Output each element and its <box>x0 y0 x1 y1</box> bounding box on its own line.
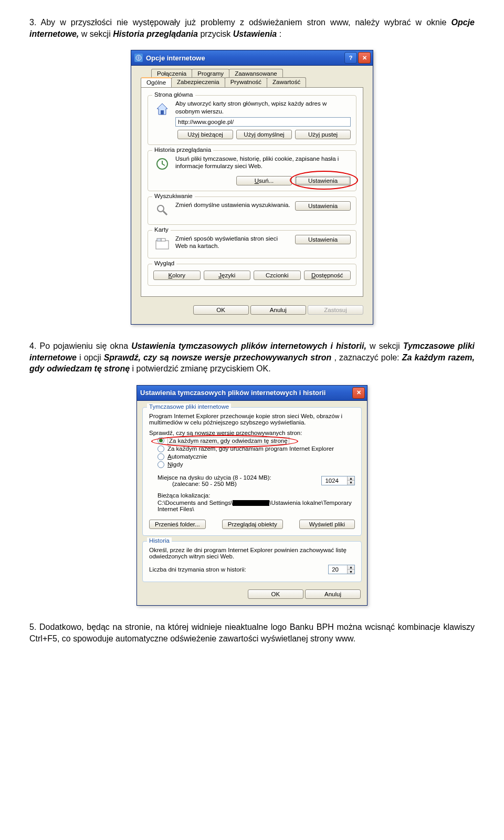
history-group: Historia przeglądania Usuń pliki tymczas… <box>148 150 356 191</box>
radio-every-start[interactable]: Za każdym razem, gdy uruchamiam program … <box>158 445 355 452</box>
history-settings-button[interactable]: Ustawienia <box>295 176 351 185</box>
spin-down-icon[interactable]: ▼ <box>347 569 354 574</box>
tabs-icon <box>153 235 171 253</box>
cancel-button[interactable]: Anuluj <box>250 305 306 315</box>
fonts-button[interactable]: Czcionki <box>254 271 301 280</box>
temp-legend: Tymczasowe pliki internetowe <box>147 403 231 410</box>
temp-files-settings-window: Ustawienia tymczasowych plików interneto… <box>136 385 368 606</box>
search-desc: Zmień domyślne ustawienia wyszukiwania. <box>175 201 291 209</box>
tabs-settings-button[interactable]: Ustawienia <box>295 235 351 244</box>
search-group: Wyszukiwanie Zmień domyślne ustawienia w… <box>148 196 356 225</box>
home-icon <box>153 100 171 118</box>
search-legend: Wyszukiwanie <box>152 193 195 199</box>
days-label: Liczba dni trzymania stron w historii: <box>149 566 246 573</box>
close-button[interactable]: ✕ <box>352 387 365 399</box>
window-title: Ustawienia tymczasowych plików interneto… <box>140 389 352 397</box>
svg-rect-1 <box>161 110 164 115</box>
home-url-input[interactable] <box>175 117 351 127</box>
search-settings-button[interactable]: Ustawienia <box>295 201 351 211</box>
help-button[interactable]: ? <box>344 52 357 64</box>
search-icon <box>153 201 171 219</box>
temp-desc: Program Internet Explorer przechowuje ko… <box>149 413 355 426</box>
ok-button[interactable]: OK <box>193 305 249 315</box>
browse-objects-button[interactable]: Przeglądaj obiekty <box>222 520 283 529</box>
spin-down-icon[interactable]: ▼ <box>347 480 354 485</box>
temp-files-group: Tymczasowe pliki internetowe Program Int… <box>142 407 362 536</box>
use-blank-button[interactable]: Użyj pustej <box>295 130 351 139</box>
p3-end: : <box>279 29 281 38</box>
show-files-button[interactable]: Wyświetl pliki <box>299 520 355 529</box>
hist-legend: Historia <box>147 537 172 544</box>
general-tab-page: Strona główna Aby utworzyć karty stron g… <box>141 87 363 297</box>
radio-auto-label: Automatycznie <box>167 453 207 460</box>
p4-mid3: , zaznaczyć pole: <box>334 353 402 362</box>
disk-size-spinbox[interactable]: 1024 ▲▼ <box>321 476 355 485</box>
p3-mid: w sekcji <box>81 29 113 38</box>
internet-options-icon <box>134 54 143 62</box>
radio-icon <box>158 461 164 468</box>
tab-content[interactable]: Zawartość <box>267 77 306 87</box>
radio-auto[interactable]: Automatycznie <box>158 453 355 460</box>
tabs-desc: Zmień sposób wyświetlania stron sieci We… <box>175 235 291 250</box>
tab-general[interactable]: Ogólne <box>141 77 172 87</box>
use-default-button[interactable]: Użyj domyślnej <box>236 130 292 139</box>
delete-history-button[interactable]: Usuń... <box>236 176 292 185</box>
home-legend: Strona główna <box>152 91 195 98</box>
radio-every-visit-label: Za każdym razem, gdy odwiedzam tę stronę <box>167 437 289 444</box>
tab-programs[interactable]: Programy <box>192 69 229 78</box>
history-desc: Usuń pliki tymczasowe, historię, pliki c… <box>175 155 351 170</box>
svg-point-3 <box>158 205 164 212</box>
disk-label: Miejsce na dysku do użycia (8 - 1024 MB)… <box>158 474 271 481</box>
loc-label: Bieżąca lokalizacja: <box>158 492 355 499</box>
p4-b3: Sprawdź, czy są nowsze wersje przechowyw… <box>104 353 332 362</box>
tabs-group: Karty Zmień sposób wyświetlania stron si… <box>148 230 356 258</box>
radio-icon <box>158 445 164 452</box>
svg-rect-4 <box>156 241 169 249</box>
close-button[interactable]: ✕ <box>358 52 371 64</box>
tab-security[interactable]: Zabezpieczenia <box>171 77 225 87</box>
titlebar[interactable]: Opcje internetowe ? ✕ <box>131 50 373 66</box>
tabs-legend: Karty <box>152 226 171 233</box>
paragraph-3: 3. Aby w przyszłości nie występowały już… <box>29 17 475 39</box>
home-desc: Aby utworzyć karty stron głównych, wpisz… <box>175 100 351 115</box>
svg-rect-6 <box>161 238 165 241</box>
p3-prefix: 3. Aby w przyszłości nie występowały już… <box>29 18 452 27</box>
radio-icon <box>158 453 164 460</box>
p4-mid: w sekcji <box>370 341 403 350</box>
hist-desc: Określ, przez ile dni program Internet E… <box>149 547 355 559</box>
use-current-button[interactable]: Użyj bieżącej <box>177 130 233 139</box>
spin-up-icon[interactable]: ▲ <box>347 476 354 481</box>
internet-options-window: Opcje internetowe ? ✕ Połączenia Program… <box>131 50 373 325</box>
p4-prefix: 4. Po pojawieniu się okna <box>29 341 131 350</box>
radio-every-start-label: Za każdym razem, gdy uruchamiam program … <box>167 445 334 452</box>
appearance-legend: Wygląd <box>152 260 176 266</box>
languages-button[interactable]: Języki <box>204 271 251 280</box>
p3-mid2: przycisk <box>200 29 233 38</box>
tab-privacy[interactable]: Prywatność <box>225 77 267 87</box>
days-spinbox[interactable]: 20 ▲▼ <box>328 565 355 574</box>
titlebar[interactable]: Ustawienia tymczasowych plików interneto… <box>137 386 367 401</box>
paragraph-4: 4. Po pojawieniu się okna Ustawienia tym… <box>29 340 475 375</box>
appearance-group: Wygląd Kolory Języki Czcionki Dostępność <box>148 264 356 286</box>
p3-b3: Ustawienia <box>233 29 277 38</box>
tab-connections[interactable]: Połączenia <box>151 69 192 78</box>
cancel-button[interactable]: Anuluj <box>305 589 361 599</box>
accessibility-button[interactable]: Dostępność <box>304 271 351 280</box>
disk-rec: (zalecane: 50 - 250 MB) <box>172 481 271 487</box>
radio-never[interactable]: Nigdy <box>158 461 355 468</box>
history-group: Historia Określ, przez ile dni program I… <box>142 541 362 582</box>
disk-size-value: 1024 <box>322 476 347 485</box>
history-legend: Historia przeglądania <box>152 147 213 153</box>
ok-button[interactable]: OK <box>248 589 303 599</box>
p4-mid2: i opcji <box>79 353 104 362</box>
apply-button[interactable]: Zastosuj <box>308 305 363 315</box>
radio-every-visit[interactable]: Za każdym razem, gdy odwiedzam tę stronę <box>158 437 355 444</box>
redacted-block <box>233 500 269 506</box>
spin-up-icon[interactable]: ▲ <box>347 565 354 569</box>
radio-icon <box>158 437 164 444</box>
check-label: Sprawdź, czy są nowsze wersje przechowyw… <box>149 430 355 436</box>
colors-button[interactable]: Kolory <box>153 271 201 280</box>
move-folder-button[interactable]: Przenieś folder... <box>149 520 206 529</box>
days-value: 20 <box>329 565 347 574</box>
tab-advanced[interactable]: Zaawansowane <box>229 69 283 78</box>
